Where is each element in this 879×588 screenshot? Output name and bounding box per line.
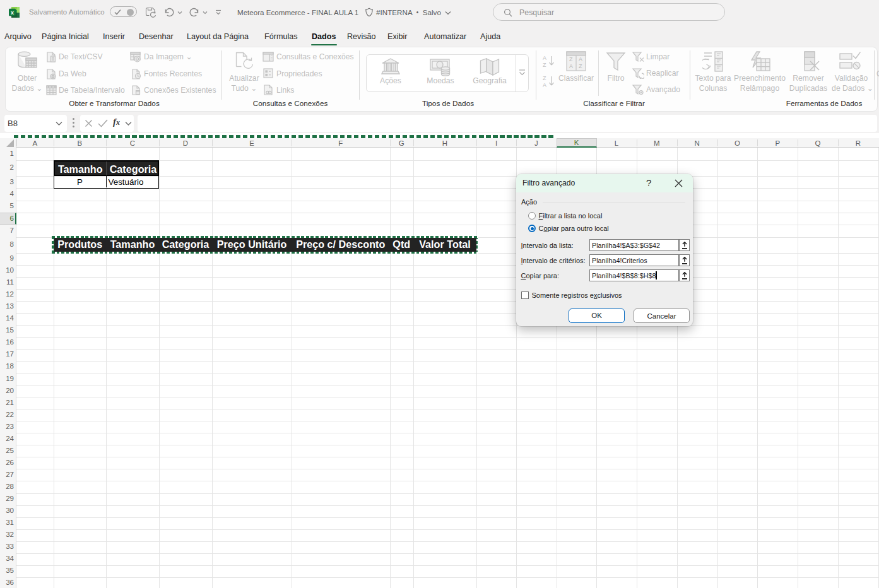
svg-text:A: A	[543, 82, 546, 88]
svg-text:Z: Z	[543, 62, 546, 68]
svg-text:Z: Z	[569, 56, 573, 62]
svg-text:A: A	[543, 55, 546, 61]
svg-text:Z: Z	[543, 75, 546, 81]
svg-text:A: A	[569, 63, 573, 69]
svg-text:Z: Z	[579, 63, 582, 69]
svg-text:A: A	[579, 56, 582, 62]
